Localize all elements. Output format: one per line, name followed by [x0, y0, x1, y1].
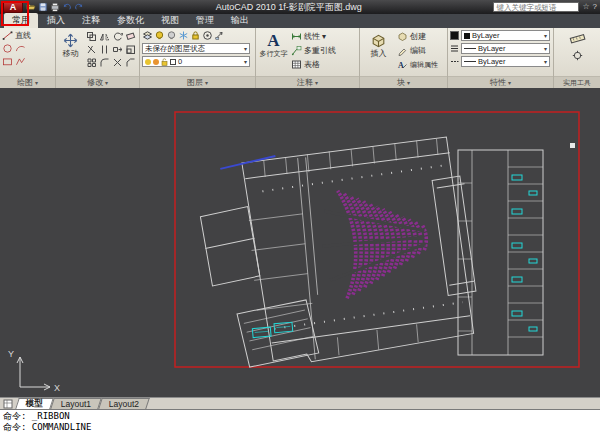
- undo-icon[interactable]: [62, 2, 72, 12]
- edit-block-button[interactable]: 编辑: [397, 44, 445, 57]
- dimension-linear-button[interactable]: 线性 ▾: [291, 30, 357, 43]
- panel-utilities: 实用工具: [554, 28, 600, 88]
- object-color-icon[interactable]: [450, 31, 459, 40]
- panel-label-annotation[interactable]: 注释 ▾: [256, 76, 359, 88]
- copy-icon[interactable]: [85, 30, 98, 43]
- favorites-star-icon[interactable]: ☆: [582, 2, 589, 12]
- lineweight-value: ByLayer: [478, 44, 506, 53]
- layer-isolate-icon[interactable]: [202, 30, 213, 41]
- arc-icon[interactable]: [15, 43, 26, 54]
- color-swatch: [464, 33, 470, 39]
- layer-on-icon[interactable]: [154, 30, 165, 41]
- multileader-button[interactable]: 多重引线: [291, 44, 357, 57]
- line-button[interactable]: 直线: [2, 30, 31, 41]
- layer-state-dropdown[interactable]: 未保存的图层状态 ▾: [142, 43, 250, 54]
- layer-lock-icon[interactable]: [190, 30, 201, 41]
- drawing-canvas[interactable]: Y X: [0, 91, 600, 397]
- command-line-window[interactable]: 命令: _RIBBON 命令: COMMANDLINE: [0, 409, 600, 432]
- chamfer-icon[interactable]: [124, 56, 137, 69]
- trim-icon[interactable]: [85, 43, 98, 56]
- app-title: AutoCAD 2010: [216, 2, 276, 12]
- drawing-area[interactable]: Y X: [0, 88, 600, 397]
- dropdown-arrow-icon: ▾: [244, 58, 247, 65]
- ribbon-tab-insert[interactable]: 插入: [39, 13, 73, 28]
- panel-annotation: A 多行文字 线性 ▾ 多重引线 表格: [256, 28, 360, 88]
- lineweight-icon[interactable]: [450, 44, 459, 53]
- dropdown-arrow-icon: ▾: [508, 79, 511, 86]
- panel-label-layers[interactable]: 图层 ▾: [140, 76, 255, 88]
- help-icon[interactable]: ?: [593, 2, 597, 12]
- offset-icon[interactable]: [98, 43, 111, 56]
- layer-dropdown[interactable]: 0 ▾: [142, 56, 250, 67]
- model-space-icon: [3, 399, 13, 409]
- move-button[interactable]: 移动: [58, 30, 83, 76]
- dropdown-arrow-icon: ▾: [35, 79, 38, 86]
- rectangle-icon[interactable]: [2, 56, 13, 67]
- scale-icon[interactable]: [124, 43, 137, 56]
- plot-icon[interactable]: [50, 2, 60, 12]
- panel-label-draw[interactable]: 绘图 ▾: [0, 76, 55, 88]
- rotate-icon[interactable]: [111, 30, 124, 43]
- line-label: 直线: [15, 32, 31, 40]
- panel-label-modify[interactable]: 修改 ▾: [56, 76, 139, 88]
- search-input[interactable]: [493, 2, 579, 12]
- create-block-button[interactable]: 创建: [397, 30, 445, 43]
- array-icon[interactable]: [85, 56, 98, 69]
- sun-icon: [153, 59, 159, 65]
- cyan-fixtures-right: [512, 175, 537, 331]
- lineweight-dropdown[interactable]: ByLayer ▾: [461, 43, 550, 54]
- explode-icon[interactable]: [111, 56, 124, 69]
- command-prompt-line: 命令: COMMANDLINE: [3, 422, 600, 432]
- ribbon-tab-annotate[interactable]: 注释: [74, 13, 108, 28]
- erase-icon[interactable]: [124, 30, 137, 43]
- panel-block: 插入 创建 编辑 A 编辑属性: [360, 28, 448, 88]
- create-block-icon: [397, 31, 408, 42]
- linetype-dropdown[interactable]: ByLayer ▾: [461, 56, 550, 67]
- infocenter: ☆ ?: [493, 2, 597, 12]
- layer-properties-icon[interactable]: [142, 30, 153, 41]
- layout-tab-nav[interactable]: [3, 399, 13, 409]
- layer-state-value: 未保存的图层状态: [145, 44, 205, 54]
- redo-icon[interactable]: [74, 2, 84, 12]
- tab-model[interactable]: 模型: [15, 398, 54, 409]
- panel-label-utilities[interactable]: 实用工具: [554, 76, 600, 88]
- dim-linear-icon: [291, 31, 302, 42]
- color-dropdown[interactable]: ByLayer ▾: [461, 30, 550, 41]
- polyline-icon[interactable]: [15, 56, 26, 67]
- insert-block-button[interactable]: 插入: [362, 30, 395, 76]
- title-bar: A AutoCAD 2010 1f-影剧院平面图.dwg ☆ ?: [0, 0, 600, 14]
- fillet-icon[interactable]: [98, 56, 111, 69]
- tab-layout1[interactable]: Layout1: [50, 398, 102, 409]
- linetype-sample: [464, 61, 476, 62]
- measure-icon[interactable]: [569, 30, 586, 47]
- id-point-icon[interactable]: [572, 50, 583, 61]
- color-value: ByLayer: [472, 31, 500, 40]
- layer-freeze-icon[interactable]: [178, 30, 189, 41]
- ribbon-tab-output[interactable]: 输出: [223, 13, 257, 28]
- circle-icon[interactable]: [2, 43, 13, 54]
- grip-point[interactable]: [570, 143, 575, 148]
- panel-label-block[interactable]: 块 ▾: [360, 76, 447, 88]
- mtext-label: 多行文字: [260, 50, 288, 58]
- ribbon-tab-manage[interactable]: 管理: [188, 13, 222, 28]
- ribbon-tab-bar: 常用 插入 注释 参数化 视图 管理 输出: [0, 14, 600, 28]
- stretch-icon[interactable]: [111, 43, 124, 56]
- insert-block-icon: [370, 32, 387, 49]
- panel-label-properties[interactable]: 特性 ▾: [448, 76, 553, 88]
- panel-layers: 未保存的图层状态 ▾ 0 ▾ 图层 ▾: [140, 28, 256, 88]
- mirror-icon[interactable]: [98, 30, 111, 43]
- ribbon-tab-view[interactable]: 视图: [153, 13, 187, 28]
- dropdown-arrow-icon: ▾: [407, 79, 410, 86]
- tab-layout2[interactable]: Layout2: [98, 398, 150, 409]
- table-button[interactable]: 表格: [291, 58, 357, 71]
- edit-attributes-button[interactable]: A 编辑属性: [397, 58, 445, 71]
- layer-match-icon[interactable]: [214, 30, 225, 41]
- move-label: 移动: [63, 50, 79, 58]
- edit-attributes-icon: A: [397, 59, 408, 70]
- ribbon-tab-parametric[interactable]: 参数化: [109, 13, 152, 28]
- linetype-icon[interactable]: [450, 57, 459, 66]
- layer-off-icon[interactable]: [166, 30, 177, 41]
- panel-properties: ByLayer ▾ ByLayer ▾: [448, 28, 554, 88]
- save-icon[interactable]: [38, 2, 48, 12]
- mtext-button[interactable]: A 多行文字: [258, 30, 289, 76]
